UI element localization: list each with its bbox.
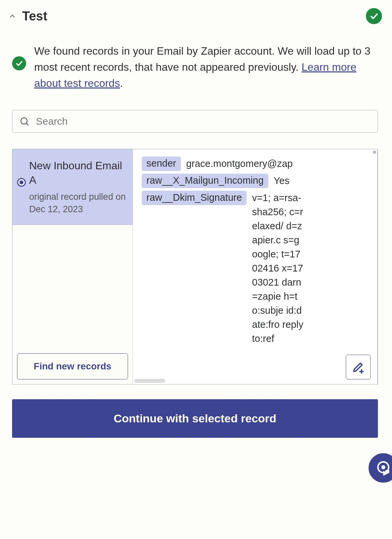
record-subtitle: original record pulled on Dec 12, 2023: [29, 191, 127, 215]
pencil-plus-icon: [351, 360, 365, 374]
search-field[interactable]: [12, 110, 378, 133]
search-input[interactable]: [36, 116, 371, 127]
field-key: raw__Dkim_Signature: [142, 191, 247, 205]
scrollbar-thumb[interactable]: [373, 151, 376, 154]
record-title: New Inbound Email A: [29, 159, 127, 187]
svg-point-6: [381, 465, 385, 469]
svg-line-1: [26, 123, 28, 125]
collapse-toggle[interactable]: [8, 12, 17, 20]
info-message: We found records in your Email by Zapier…: [34, 43, 378, 91]
detail-row: raw__Dkim_Signature v=1; a=rsa-sha256; c…: [142, 191, 371, 346]
horizontal-scrollbar[interactable]: [134, 379, 165, 383]
field-value: grace.montgomery@zap: [186, 157, 293, 171]
detail-row: sender grace.montgomery@zap: [142, 157, 371, 171]
field-key: sender: [142, 157, 181, 171]
continue-button[interactable]: Continue with selected record: [12, 399, 378, 438]
search-icon: [19, 116, 30, 127]
radio-selected-icon[interactable]: [17, 178, 26, 187]
svg-rect-7: [385, 470, 389, 473]
detail-row: raw__X_Mailgun_Incoming Yes: [142, 174, 371, 188]
section-title: Test: [22, 9, 47, 23]
info-text-suffix: .: [120, 77, 123, 89]
field-key: raw__X_Mailgun_Incoming: [142, 174, 268, 188]
find-new-records-button[interactable]: Find new records: [17, 353, 128, 379]
chat-icon: [375, 460, 391, 476]
edit-record-button[interactable]: [346, 355, 371, 379]
record-item[interactable]: New Inbound Email A original record pull…: [12, 149, 133, 225]
record-details-panel[interactable]: sender grace.montgomery@zap raw__X_Mailg…: [133, 149, 377, 384]
status-check-icon: [366, 8, 382, 24]
field-value: v=1; a=rsa-sha256; c=relaxed/ d=zapier.c…: [252, 191, 304, 346]
field-value: Yes: [274, 174, 289, 188]
help-chat-button[interactable]: [367, 452, 392, 484]
svg-point-0: [21, 118, 27, 124]
success-check-icon: [12, 56, 26, 70]
